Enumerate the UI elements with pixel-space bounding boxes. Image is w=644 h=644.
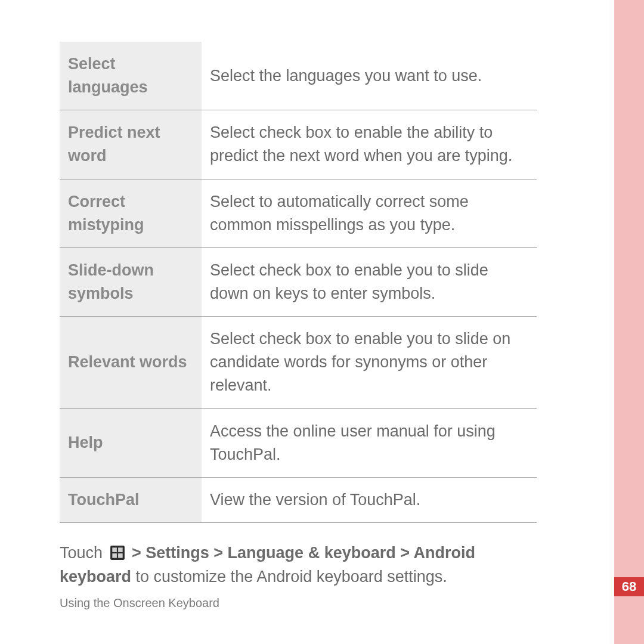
side-bar xyxy=(614,0,644,644)
side-bar-divider xyxy=(609,0,614,644)
table-row: Help Access the online user manual for u… xyxy=(60,408,537,477)
row-desc: Access the online user manual for using … xyxy=(202,408,537,477)
paragraph-post: to customize the Android keyboard settin… xyxy=(131,568,447,586)
row-label: Help xyxy=(60,408,202,477)
row-desc: Select check box to enable you to slide … xyxy=(202,317,537,408)
instruction-paragraph: Touch > Settings > Language & keyboard >… xyxy=(60,541,537,589)
table-row: TouchPal View the version of TouchPal. xyxy=(60,477,537,522)
row-label: Relevant words xyxy=(60,317,202,408)
row-desc: View the version of TouchPal. xyxy=(202,477,537,522)
row-desc: Select check box to enable the ability t… xyxy=(202,110,537,179)
page-number: 68 xyxy=(614,577,644,596)
footer-text: Using the Onscreen Keyboard xyxy=(60,596,578,610)
row-desc: Select check box to enable you to slide … xyxy=(202,247,537,316)
apps-grid-icon xyxy=(110,543,125,559)
table-row: Predict next word Select check box to en… xyxy=(60,110,537,179)
svg-rect-1 xyxy=(112,547,117,552)
row-desc: Select the languages you want to use. xyxy=(202,42,537,110)
table-row: Slide-down symbols Select check box to e… xyxy=(60,247,537,316)
row-label: TouchPal xyxy=(60,477,202,522)
page-content: Select languages Select the languages yo… xyxy=(60,42,578,610)
row-label: Predict next word xyxy=(60,110,202,179)
svg-rect-3 xyxy=(112,553,117,558)
table-row: Correct mistyping Select to automaticall… xyxy=(60,179,537,247)
svg-rect-2 xyxy=(118,547,123,552)
row-label: Slide-down symbols xyxy=(60,247,202,316)
row-label: Correct mistyping xyxy=(60,179,202,247)
table-row: Relevant words Select check box to enabl… xyxy=(60,317,537,408)
table-row: Select languages Select the languages yo… xyxy=(60,42,537,110)
settings-table: Select languages Select the languages yo… xyxy=(60,42,537,523)
row-desc: Select to automatically correct some com… xyxy=(202,179,537,247)
paragraph-pre: Touch xyxy=(60,544,107,562)
svg-rect-4 xyxy=(118,553,123,558)
row-label: Select languages xyxy=(60,42,202,110)
